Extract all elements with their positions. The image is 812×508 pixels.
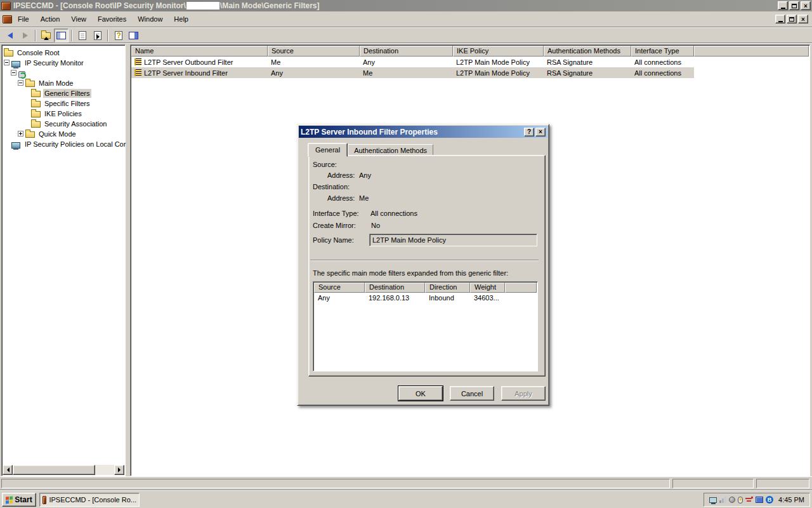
volume-icon[interactable] [729, 497, 735, 503]
back-icon [8, 32, 13, 39]
forward-button[interactable] [18, 29, 32, 43]
console-app-icon [43, 496, 46, 504]
apply-button[interactable]: Apply [501, 386, 546, 401]
network-computer-icon[interactable] [709, 497, 717, 503]
tree-item-label[interactable]: IP Security Policies on Local Cor [23, 140, 127, 149]
column-header-source[interactable]: Source [268, 46, 360, 57]
expanded-filters-label: The specific main mode filters expanded … [313, 269, 508, 277]
filter-col-weight[interactable]: Weight [470, 283, 505, 293]
mouse-icon[interactable] [738, 497, 743, 504]
tab-general[interactable]: General [308, 143, 348, 157]
collapse-expander-icon[interactable] [18, 80, 23, 86]
list-row-inbound-filter-selected[interactable]: L2TP Server Inbound Filter Any Me L2TP M… [131, 67, 694, 78]
folder-icon [25, 81, 35, 87]
toolbar: ? [0, 28, 812, 43]
close-button[interactable]: × [801, 1, 811, 10]
menu-favorites[interactable]: Favorites [92, 14, 132, 24]
specific-filters-list[interactable]: Source Destination Direction Weight Any … [313, 281, 538, 371]
status-panel-3 [756, 479, 809, 488]
dialog-close-button[interactable]: × [535, 128, 546, 137]
text-service-icon[interactable] [745, 497, 753, 504]
tree-item-monitored-computer[interactable] [2, 68, 9, 78]
wireless-signal-icon[interactable] [719, 497, 726, 503]
filter-list-row[interactable]: Any 192.168.0.13 Inbound 34603... [314, 293, 537, 302]
column-header-destination[interactable]: Destination [360, 46, 453, 57]
tree-item-label[interactable]: IKE Policies [43, 109, 83, 118]
child-minimize-button[interactable] [775, 15, 785, 23]
filter-col-direction[interactable]: Direction [425, 283, 470, 293]
filter-col-source[interactable]: Source [314, 283, 365, 293]
start-button[interactable]: Start [2, 493, 36, 507]
list-row-outbound-filter[interactable]: L2TP Server Outbound Filter Me Any L2TP … [131, 57, 694, 67]
status-bar [0, 476, 812, 489]
tree-item-label-selected[interactable]: Generic Filters [43, 89, 91, 98]
policy-name-input[interactable] [369, 234, 537, 246]
taskbar-task-ipseccmd[interactable]: IPSECCMD - [Console Ro... [39, 493, 140, 507]
system-tray: B 4:45 PM [704, 493, 810, 507]
collapse-expander-icon[interactable] [11, 70, 16, 76]
console-app-icon[interactable] [1, 2, 11, 10]
window-title: IPSECCMD - [Console Root\IP Security Mon… [13, 1, 320, 10]
menu-view[interactable]: View [65, 14, 92, 24]
tree-item-ip-security-policies[interactable]: IP Security Policies on Local Cor [2, 139, 11, 149]
child-restore-button[interactable] [787, 15, 797, 23]
folder-icon [31, 101, 41, 107]
console-child-icon[interactable] [3, 15, 12, 23]
scrollbar-thumb[interactable] [13, 465, 95, 475]
menu-file[interactable]: File [12, 14, 35, 24]
cell-direction: Inbound [425, 294, 470, 302]
desktop: IPSECCMD - [Console Root\IP Security Mon… [0, 0, 812, 508]
status-panel-2 [672, 479, 754, 488]
folder-icon [31, 111, 41, 117]
tree-item-ip-security-monitor[interactable]: IP Security Monitor [2, 58, 11, 68]
menu-action[interactable]: Action [35, 14, 66, 24]
tree-item-label[interactable]: IP Security Monitor [23, 58, 85, 67]
column-header-name[interactable]: Name [131, 46, 268, 57]
cell-name: L2TP Server Inbound Filter [144, 69, 228, 77]
scroll-right-button[interactable] [114, 465, 124, 475]
taskbar-clock[interactable]: 4:45 PM [778, 496, 804, 504]
status-panel-main [1, 479, 670, 488]
source-address-value: Any [359, 171, 371, 179]
help-button[interactable]: ? [111, 29, 126, 43]
create-mirror-label: Create Mirror: [313, 222, 356, 229]
filter-col-destination[interactable]: Destination [365, 283, 425, 293]
back-button[interactable] [3, 29, 17, 43]
collapse-expander-icon[interactable] [4, 60, 10, 65]
tree-item-label[interactable]: Console Root [16, 48, 61, 57]
show-console-tree-icon [56, 32, 66, 39]
dialog-help-button[interactable]: ? [524, 128, 534, 137]
properties-button[interactable] [75, 29, 89, 43]
column-header-interface-type[interactable]: Interface Type [631, 46, 694, 57]
create-mirror-value: No [371, 222, 380, 229]
cancel-button[interactable]: Cancel [450, 386, 494, 401]
scroll-left-button[interactable] [3, 465, 13, 475]
separator-line [310, 260, 539, 261]
tree-item-label[interactable]: Quick Mode [37, 130, 77, 138]
export-list-button[interactable] [90, 29, 105, 43]
minimize-button[interactable] [778, 1, 788, 10]
expand-expander-icon[interactable] [18, 131, 23, 137]
menu-help[interactable]: Help [168, 14, 194, 24]
show-console-tree-button[interactable] [54, 29, 69, 43]
up-one-level-button[interactable] [39, 29, 53, 43]
toolbar-separator [35, 30, 36, 41]
menu-window[interactable]: Window [132, 14, 168, 24]
tree-item-label[interactable]: Specific Filters [43, 99, 91, 108]
column-header-auth-methods[interactable]: Authentication Methods [544, 46, 631, 57]
cell-destination: Any [360, 58, 453, 66]
window-titlebar[interactable]: IPSECCMD - [Console Root\IP Security Mon… [0, 0, 812, 11]
restore-button[interactable] [789, 1, 799, 10]
column-header-ike-policy[interactable]: IKE Policy [453, 46, 544, 57]
tree-item-label[interactable] [28, 72, 30, 74]
child-close-button[interactable]: × [798, 15, 808, 23]
bluetooth-icon[interactable]: B [766, 496, 773, 504]
ok-button[interactable]: OK [398, 386, 443, 401]
show-action-pane-button[interactable] [126, 29, 141, 43]
export-list-icon [94, 31, 102, 40]
tree-horizontal-scrollbar[interactable] [3, 465, 124, 475]
tree-item-label[interactable]: Main Mode [37, 79, 74, 88]
dialog-titlebar[interactable]: L2TP Server Inbound Filter Properties ? … [299, 126, 547, 138]
tree-item-label[interactable]: Security Association [43, 119, 108, 128]
display-icon[interactable] [756, 497, 763, 503]
